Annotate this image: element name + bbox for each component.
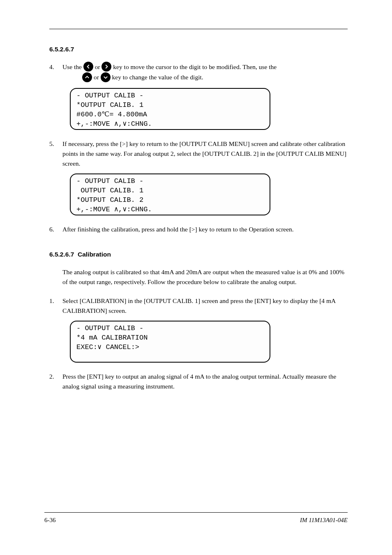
calib-step-2-number: 2. [49,372,57,391]
right-arrow-icon [101,62,111,72]
step-6-number: 6. [49,224,57,234]
down-arrow-icon [101,72,111,82]
lcd2-line3: *OUTPUT CALIB. 2 [76,196,264,205]
step-6-text: After finishing the calibration, press a… [62,224,348,234]
up-arrow-icon [82,72,92,82]
lcd2-line4: +,-:MOVE ∧,∨:CHNG. [76,205,264,215]
calibration-intro: The analog output is calibrated so that … [49,267,348,287]
step-6: 6. After finishing the calibration, pres… [49,224,348,234]
lcd3-line1: - OUTPUT CALIB - [76,324,264,333]
calib-step-1: 1. Select [CALIBRATION] in the [OUTPUT C… [49,296,348,316]
calib-step-2-text: Press the [ENT] key to output an analog … [62,372,348,391]
calib-step-1-text: Select [CALIBRATION] in the [OUTPUT CALI… [62,296,348,316]
document-id: IM 11M13A01-04E [300,517,348,524]
step-4: 4. Use the or key to move the cursor to … [49,62,348,83]
lcd2-line2: OUTPUT CALIB. 1 [76,186,264,196]
lcd1-line4: +,-:MOVE ∧,∨:CHNG. [76,120,264,129]
left-arrow-icon [83,62,93,72]
lcd-screen-1: - OUTPUT CALIB - *OUTPUT CALIB. 1 #600.0… [70,88,270,130]
lcd-screen-3: - OUTPUT CALIB - *4 mA CALIBRATION EXEC:… [70,321,270,363]
step-5-number: 5. [49,139,57,169]
step-5: 5. If necessary, press the [>] key to re… [49,139,348,169]
page-number: 6-36 [44,517,56,524]
lcd2-line1: - OUTPUT CALIB - [76,177,264,186]
section-number-top: 6.5.2.6.7 [49,46,348,53]
step-4-number: 4. [49,62,57,83]
calib-step-2: 2. Press the [ENT] key to output an anal… [49,372,348,391]
lcd1-line2: *OUTPUT CALIB. 1 [76,101,264,110]
lcd3-line2: *4 mA CALIBRATION [76,333,264,343]
step-5-text: If necessary, press the [>] key to retur… [62,139,348,169]
page-footer: 6-36 IM 11M13A01-04E [44,512,348,524]
lcd1-line3: #600.0℃= 4.800mA [76,110,264,120]
step-4-text: Use the or key to move the cursor to the… [62,62,348,83]
section-heading-2: 6.5.2.6.7 Calibration [49,251,348,258]
calib-step-1-number: 1. [49,296,57,316]
lcd-screen-2: - OUTPUT CALIB - OUTPUT CALIB. 1 *OUTPUT… [70,173,270,215]
lcd3-line4: EXEC:∨ CANCEL:> [76,343,264,352]
lcd1-line1: - OUTPUT CALIB - [76,91,264,101]
